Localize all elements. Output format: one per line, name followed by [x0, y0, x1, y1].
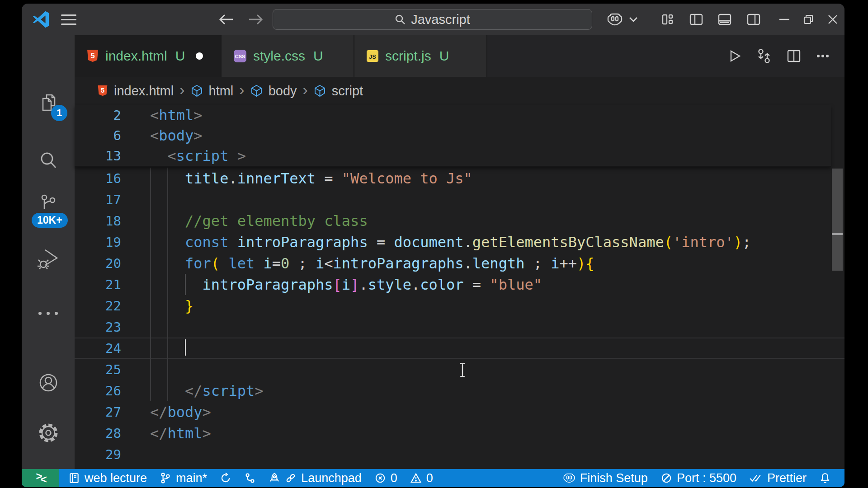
git-status-letter: U — [439, 48, 449, 64]
toggle-panel-icon[interactable] — [715, 4, 735, 35]
status-launchpad[interactable]: Launchpad — [262, 469, 368, 487]
remote-indicator[interactable]: >< — [22, 469, 59, 487]
toggle-sidebar-icon[interactable] — [686, 4, 706, 35]
tab-label: index.html — [105, 48, 167, 64]
git-status-letter: U — [313, 48, 323, 64]
status-label: Prettier — [767, 471, 807, 485]
breadcrumb-segment-body[interactable]: body — [269, 84, 297, 99]
code-area[interactable]: 16 title.innerText = "Welcome to Js"1718… — [75, 167, 844, 469]
copilot-icon — [563, 473, 576, 483]
forward-arrow-icon[interactable] — [246, 4, 266, 35]
code-line-27: 27</body> — [75, 401, 844, 422]
line-content: <html> — [140, 107, 203, 124]
breadcrumb-file[interactable]: index.html — [114, 84, 174, 99]
sticky-line-13[interactable]: 13 <script > — [75, 146, 831, 166]
line-number: 25 — [75, 362, 140, 377]
close-button[interactable] — [823, 4, 843, 35]
tab-bar: 5index.htmlUCSSstyle.cssUJSscript.jsU — [75, 35, 844, 77]
source-control-icon[interactable]: 10K+ — [22, 182, 75, 225]
menu-hamburger-icon[interactable] — [59, 4, 79, 35]
code-line-20: 20 for( let i=0 ; i<introParagraphs.leng… — [75, 253, 844, 274]
breadcrumb: 5index.html›html›body›script — [75, 77, 844, 105]
search-sidebar-icon[interactable] — [22, 139, 75, 182]
code-line-24: 24 — [75, 338, 844, 359]
line-number: 28 — [75, 426, 140, 441]
open-changes-button[interactable] — [757, 48, 771, 64]
slash-icon — [660, 472, 672, 484]
explorer-icon[interactable]: 1 — [22, 81, 75, 125]
restore-button[interactable] — [798, 4, 818, 35]
search-icon — [395, 14, 406, 25]
status-label: main* — [176, 471, 207, 485]
line-number: 21 — [75, 277, 140, 292]
run-button[interactable] — [729, 49, 741, 63]
split-editor-button[interactable] — [787, 49, 801, 63]
vscode-window: Javascript — [22, 4, 844, 487]
minimize-button[interactable] — [774, 4, 794, 35]
command-center-search[interactable]: Javascript — [273, 9, 592, 30]
account-icon[interactable] — [22, 361, 75, 404]
warning-icon — [410, 472, 422, 484]
code-line-16: 16 title.innerText = "Welcome to Js" — [75, 168, 844, 189]
tab-index.html[interactable]: 5index.htmlU — [75, 35, 222, 77]
rocket-icon — [269, 472, 280, 484]
line-number: 16 — [75, 171, 140, 186]
status-label: Port : 5500 — [677, 471, 736, 485]
code-line-18: 18 //get elementby class — [75, 210, 844, 231]
status-label: 0 — [391, 471, 397, 485]
status-source-graph[interactable] — [238, 469, 262, 487]
code-line-28: 28</html> — [75, 422, 844, 444]
status-sync-changes[interactable] — [213, 469, 238, 487]
modified-dot-icon[interactable] — [196, 52, 203, 60]
run-debug-icon[interactable] — [22, 237, 75, 280]
tab-script.js[interactable]: JSscript.jsU — [354, 35, 487, 77]
chevron-right-icon: › — [303, 82, 308, 97]
status-git-branch[interactable]: main* — [153, 469, 213, 487]
line-content: </body> — [140, 404, 211, 421]
line-content: <script > — [140, 147, 246, 164]
line-number: 17 — [75, 192, 140, 207]
status-label: 0 — [426, 471, 433, 485]
tab-style.css[interactable]: CSSstyle.cssU — [222, 35, 354, 77]
status-problems-warnings[interactable]: 0 — [404, 469, 439, 487]
status-copilot-finish-setup[interactable]: Finish Setup — [557, 469, 654, 487]
source-control-badge: 10K+ — [32, 213, 68, 228]
status-workspace[interactable]: web lecture — [62, 469, 153, 487]
status-problems-errors[interactable]: 0 — [368, 469, 404, 487]
status-label: Launchpad — [301, 471, 362, 485]
line-number: 26 — [75, 383, 140, 399]
line-number: 24 — [75, 341, 140, 356]
sticky-line-2[interactable]: 2<html> — [75, 105, 831, 125]
settings-gear-icon[interactable] — [22, 411, 75, 455]
status-live-server-port[interactable]: Port : 5500 — [654, 469, 743, 487]
scrollbar-slider[interactable] — [832, 169, 843, 271]
mouse-ibeam-cursor — [458, 362, 467, 378]
line-content: introParagraphs[i].style.color = "blue" — [140, 276, 542, 293]
back-arrow-icon[interactable] — [216, 4, 236, 35]
more-actions-button[interactable] — [816, 54, 829, 58]
status-notifications[interactable] — [813, 469, 837, 487]
copilot-icon[interactable] — [605, 4, 625, 35]
git-status-letter: U — [175, 48, 185, 64]
line-content: title.innerText = "Welcome to Js" — [140, 170, 472, 187]
toggle-secondary-sidebar-icon[interactable] — [744, 4, 764, 35]
line-number: 19 — [75, 235, 140, 250]
line-number: 22 — [75, 298, 140, 314]
code-line-22: 22 } — [75, 295, 844, 316]
breadcrumb-segment-html[interactable]: html — [209, 84, 234, 99]
status-bar: >< web lecturemain*Launchpad00 Finish Se… — [22, 469, 844, 487]
status-prettier[interactable]: Prettier — [743, 469, 813, 487]
customize-layout-icon[interactable] — [657, 4, 677, 35]
code-line-17: 17 — [75, 189, 844, 210]
symbol-cube-icon — [191, 84, 203, 97]
book-icon — [68, 472, 80, 484]
breadcrumb-segment-script[interactable]: script — [332, 84, 363, 99]
checks-icon — [749, 472, 763, 484]
chevron-down-icon[interactable] — [626, 4, 641, 35]
line-number: 13 — [75, 148, 140, 164]
sticky-scroll: 2<html>6<body>13 <script > — [75, 105, 831, 167]
sticky-line-6[interactable]: 6<body> — [75, 125, 831, 145]
more-views-icon[interactable] — [22, 291, 75, 335]
editor[interactable]: 2<html>6<body>13 <script > 16 title.inne… — [75, 105, 844, 469]
line-content: for( let i=0 ; i<introParagraphs.length … — [140, 255, 594, 272]
